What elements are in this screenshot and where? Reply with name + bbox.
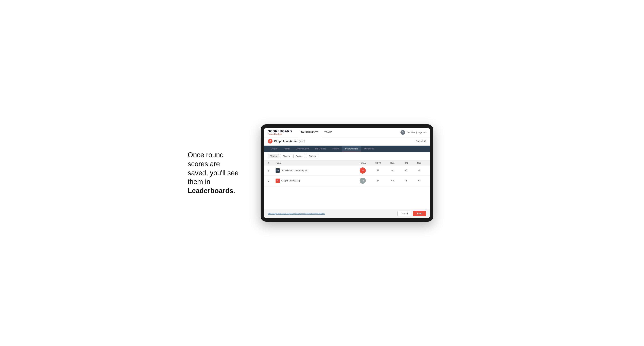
row1-rd1: -4	[386, 169, 399, 172]
intro-line5-end: .	[233, 187, 235, 195]
intro-line1: Once round	[188, 151, 224, 159]
app-header: SCOREBOARD Powered by clippd TOURNAMENTS…	[264, 128, 430, 137]
filter-scores-button[interactable]: Scores	[294, 154, 305, 158]
sub-nav-details[interactable]: Details	[268, 146, 280, 152]
app-footer: https://stage-blue-coach.stagescoreboard…	[264, 209, 430, 218]
sub-nav-printables[interactable]: Printables	[361, 146, 377, 152]
row2-rd1: +8	[386, 179, 399, 182]
col-thru: THRU	[370, 162, 386, 164]
content-spacer	[264, 186, 430, 209]
sub-nav-results[interactable]: Results	[329, 146, 342, 152]
top-nav: TOURNAMENTS TEAMS	[298, 128, 401, 137]
footer-url: https://stage-blue-coach.stagescoreboard…	[268, 213, 396, 215]
tournament-icon: C	[268, 139, 272, 144]
row1-total-badge: -5	[360, 168, 366, 173]
sub-nav: Details Teams Course Setup Tee Groups Re…	[264, 146, 430, 152]
row1-team-logo: SU	[276, 169, 280, 173]
save-button[interactable]: Save	[413, 211, 426, 216]
tournament-title-area: C Clippd Invitational (Men)	[268, 139, 305, 144]
row2-team-logo: C	[276, 178, 280, 183]
tournament-header: C Clippd Invitational (Men) Cancel ✕	[264, 137, 430, 146]
col-team: TEAM	[276, 162, 355, 164]
row2-total-badge: +3	[360, 177, 366, 184]
row1-team-cell: SU Scoreboard University [A]	[276, 169, 355, 173]
tablet-frame: SCOREBOARD Powered by clippd TOURNAMENTS…	[260, 124, 433, 222]
row2-rd2: -8	[399, 179, 412, 182]
col-rd1: RD1	[386, 162, 399, 164]
row1-total-cell: -5	[355, 168, 370, 173]
sub-nav-teams[interactable]: Teams	[280, 146, 293, 152]
row2-thru: F	[370, 179, 386, 182]
col-rank: #	[268, 162, 276, 164]
row1-rd3: -6	[412, 169, 426, 172]
intro-line2: scores are	[188, 160, 220, 168]
sign-out-button[interactable]: Sign out	[418, 131, 426, 134]
intro-line4: them in	[188, 178, 210, 186]
row1-rd2: +5	[399, 169, 412, 172]
table-row: 1 SU Scoreboard University [A] -5 F -4 +…	[264, 166, 430, 176]
leaderboard-table: # TEAM TOTAL THRU RD1 RD2 RD3 1 SU Score…	[264, 160, 430, 209]
tournament-gender: (Men)	[299, 140, 305, 143]
col-total: TOTAL	[355, 162, 370, 164]
row2-rank: 2	[268, 179, 276, 182]
table-header: # TEAM TOTAL THRU RD1 RD2 RD3	[264, 160, 430, 166]
row1-thru: F	[370, 169, 386, 172]
row1-team-name: Scoreboard University [A]	[281, 169, 308, 172]
row2-total-cell: +3	[355, 177, 370, 184]
sub-nav-course-setup[interactable]: Course Setup	[293, 146, 312, 152]
nav-tab-tournaments[interactable]: TOURNAMENTS	[298, 128, 322, 137]
filter-teams-button[interactable]: Teams	[268, 154, 279, 158]
row2-team-cell: C Clippd College [A]	[276, 178, 355, 183]
sub-nav-leaderboards[interactable]: Leaderboards	[342, 146, 361, 152]
logo-area: SCOREBOARD Powered by clippd	[268, 130, 292, 135]
intro-line3: saved, you'll see	[188, 169, 238, 177]
col-rd3: RD3	[412, 162, 426, 164]
table-row: 2 C Clippd College [A] +3 F +8 -8 +3	[264, 176, 430, 186]
avatar: S	[400, 130, 405, 135]
user-area: S Test User | Sign out	[400, 130, 426, 135]
cancel-button[interactable]: Cancel	[398, 211, 411, 216]
user-name: Test User |	[407, 131, 416, 134]
logo-sub: Powered by clippd	[268, 133, 292, 135]
sub-nav-tee-groups[interactable]: Tee Groups	[312, 146, 329, 152]
logo-text: SCOREBOARD	[268, 130, 292, 133]
tournament-name: Clippd Invitational	[274, 140, 297, 143]
nav-tab-teams[interactable]: TEAMS	[321, 128, 335, 137]
cancel-header-button[interactable]: Cancel ✕	[416, 140, 426, 143]
intro-text: Once round scores are saved, you'll see …	[188, 151, 249, 195]
row2-rd3: +3	[412, 179, 426, 182]
filter-players-button[interactable]: Players	[280, 154, 292, 158]
intro-line5-bold: Leaderboards	[188, 187, 233, 195]
filter-bar: Teams Players Scores Strokes	[264, 152, 430, 160]
row1-rank: 1	[268, 169, 276, 172]
row2-team-name: Clippd College [A]	[281, 179, 300, 182]
col-rd2: RD2	[399, 162, 412, 164]
filter-strokes-button[interactable]: Strokes	[306, 154, 318, 158]
tablet-screen: SCOREBOARD Powered by clippd TOURNAMENTS…	[264, 128, 430, 218]
